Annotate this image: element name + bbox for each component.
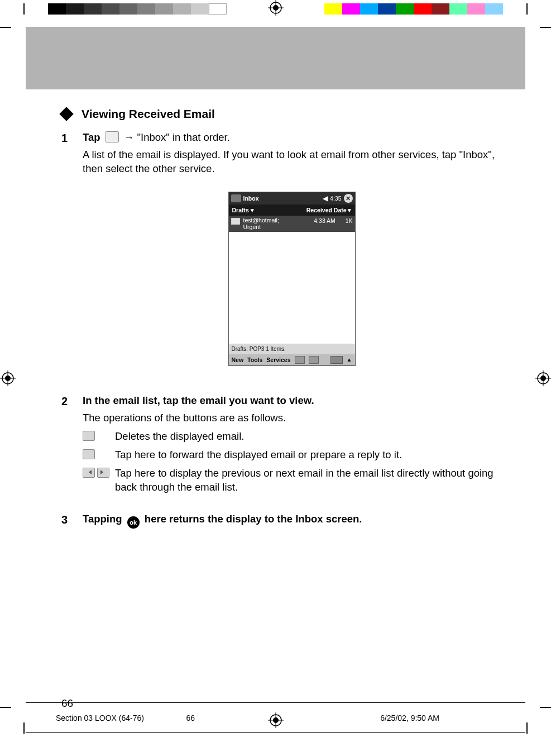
button-row-text: Tap here to forward the displayed email … bbox=[115, 448, 402, 462]
registration-mark-icon bbox=[535, 370, 551, 386]
up-arrow-icon: ▲ bbox=[347, 356, 352, 364]
header-band bbox=[26, 27, 525, 89]
envelope-icon bbox=[231, 218, 240, 225]
step-heading: Tap → "Inbox" in that order. bbox=[83, 131, 501, 145]
ok-icon: ok bbox=[127, 516, 140, 529]
button-row-text: Deletes the displayed email. bbox=[115, 430, 244, 444]
step-head-a: Tap bbox=[83, 131, 100, 143]
step-number: 3 bbox=[61, 512, 83, 529]
crop-mark-icon bbox=[540, 707, 551, 708]
step-head-b: here returns the display to the Inbox sc… bbox=[145, 513, 362, 525]
screenshot-message-row: test@hotmail; Urgent 4:33 AM 1K bbox=[229, 216, 355, 231]
start-flag-icon bbox=[106, 131, 119, 142]
step-head-b: → "Inbox" in that order. bbox=[124, 131, 230, 143]
sort-left: Drafts bbox=[232, 206, 254, 214]
screenshot-clock: 4:35 bbox=[330, 194, 341, 202]
delete-icon bbox=[83, 431, 95, 441]
step-3: 3 Tapping ok here returns the display to… bbox=[61, 512, 501, 529]
inbox-screenshot: Inbox ◀ 4:35 ✕ Drafts Received Date bbox=[83, 192, 501, 366]
crop-mark-icon bbox=[23, 3, 25, 15]
menu-new: New bbox=[232, 356, 244, 364]
keyboard-icon bbox=[330, 356, 343, 364]
menu-tools: Tools bbox=[247, 356, 262, 364]
step-description: The operations of the buttons are as fol… bbox=[83, 411, 501, 425]
footer-center: 66 bbox=[186, 714, 195, 722]
button-row-delete: Deletes the displayed email. bbox=[83, 430, 501, 445]
button-row-prev-next: Tap here to display the previous or next… bbox=[83, 467, 501, 495]
msg-time: 4:33 AM bbox=[314, 217, 336, 225]
step-head-a: Tapping bbox=[83, 513, 122, 525]
crop-mark-icon bbox=[526, 722, 528, 734]
menu-services: Services bbox=[266, 356, 290, 364]
step-2: 2 In the email list, tap the email you w… bbox=[61, 394, 501, 498]
msg-sender: test@hotmail; bbox=[243, 217, 279, 224]
page-number: 66 bbox=[61, 696, 501, 711]
step-heading: In the email list, tap the email you wan… bbox=[83, 394, 501, 408]
footer-right: 6/25/02, 9:50 AM bbox=[380, 714, 439, 722]
next-icon bbox=[97, 468, 109, 478]
crop-mark-icon bbox=[540, 27, 551, 28]
document-body: Viewing Received Email 1 Tap → "Inbox" i… bbox=[61, 106, 501, 711]
grayscale-color-bar bbox=[48, 3, 227, 15]
step-heading: Tapping ok here returns the display to t… bbox=[83, 512, 501, 529]
footer-rule bbox=[26, 702, 525, 703]
registration-mark-icon bbox=[268, 712, 284, 728]
button-row-reply: Tap here to forward the displayed email … bbox=[83, 448, 501, 463]
crop-mark-icon bbox=[0, 707, 11, 708]
sort-right: Received Date bbox=[306, 206, 352, 214]
section-title-text: Viewing Received Email bbox=[82, 106, 215, 122]
diamond-bullet-icon bbox=[59, 107, 73, 121]
sync-icon bbox=[309, 356, 319, 364]
step-description: A list of the email is displayed. If you… bbox=[83, 148, 501, 176]
step-number: 2 bbox=[61, 394, 83, 498]
page: Viewing Received Email 1 Tap → "Inbox" i… bbox=[0, 0, 551, 756]
step-number: 1 bbox=[61, 131, 83, 388]
screenshot-status-bar: Drafts: POP3 1 Items. bbox=[229, 344, 355, 355]
connect-icon bbox=[295, 356, 305, 364]
crop-mark-icon bbox=[23, 722, 25, 734]
cmyk-color-bar bbox=[324, 3, 503, 15]
crop-mark-icon bbox=[0, 27, 11, 28]
start-flag-icon bbox=[231, 194, 241, 202]
button-row-text: Tap here to display the previous or next… bbox=[115, 467, 501, 495]
screenshot-sort-row: Drafts Received Date bbox=[229, 205, 355, 216]
registration-mark-icon bbox=[0, 370, 16, 386]
screenshot-titlebar: Inbox ◀ 4:35 ✕ bbox=[229, 192, 355, 205]
speaker-icon: ◀ bbox=[323, 194, 328, 203]
footer-left: Section 03 LOOX (64-76) bbox=[56, 714, 144, 722]
prev-icon bbox=[83, 468, 95, 478]
msg-size: 1K bbox=[346, 217, 353, 225]
footer-rule bbox=[26, 732, 525, 733]
msg-subject: Urgent bbox=[243, 224, 261, 230]
screenshot-blank-area bbox=[229, 232, 355, 344]
registration-mark-icon bbox=[268, 0, 284, 16]
reply-forward-icon bbox=[83, 449, 95, 459]
crop-mark-icon bbox=[526, 3, 528, 15]
step-1: 1 Tap → "Inbox" in that order. A list of… bbox=[61, 131, 501, 388]
screenshot-toolbar: New Tools Services ▲ bbox=[229, 354, 355, 365]
screenshot-title: Inbox bbox=[243, 194, 259, 202]
section-title: Viewing Received Email bbox=[61, 106, 501, 122]
close-icon: ✕ bbox=[344, 194, 353, 203]
